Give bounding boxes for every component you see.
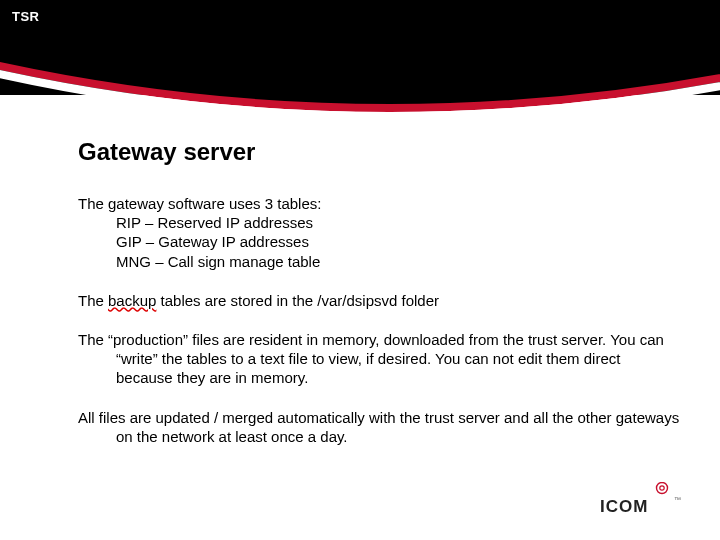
backup-line: The backup tables are stored in the /var… <box>78 291 680 310</box>
text: The “production” files are resident in m… <box>78 330 680 388</box>
table-item: RIP – Reserved IP addresses <box>78 213 680 232</box>
svg-text:™: ™ <box>674 496 681 503</box>
intro-block: The gateway software uses 3 tables: RIP … <box>78 194 680 271</box>
intro-text: The gateway software uses 3 tables: <box>78 194 680 213</box>
text: tables are stored in the /var/dsipsvd fo… <box>156 292 439 309</box>
slide: TSR Gateway server The gateway software … <box>0 0 720 540</box>
svg-point-0 <box>657 483 668 494</box>
brand-label: TSR <box>12 9 40 24</box>
icom-logo-icon: ICOM ™ <box>594 482 684 518</box>
svg-point-1 <box>660 486 664 490</box>
production-paragraph: The “production” files are resident in m… <box>78 330 680 388</box>
table-item: GIP – Gateway IP addresses <box>78 232 680 251</box>
text: The <box>78 292 108 309</box>
text: All files are updated / merged automatic… <box>78 408 680 446</box>
table-item: MNG – Call sign manage table <box>78 252 680 271</box>
update-paragraph: All files are updated / merged automatic… <box>78 408 680 446</box>
footer-logo: ICOM ™ <box>594 482 684 522</box>
slide-title: Gateway server <box>78 138 680 166</box>
content-area: Gateway server The gateway software uses… <box>78 138 680 466</box>
underlined-word: backup <box>108 292 156 309</box>
svg-text:ICOM: ICOM <box>600 497 648 516</box>
